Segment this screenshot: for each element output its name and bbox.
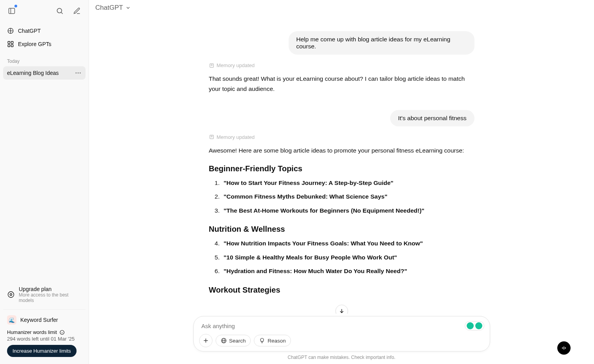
- header: ChatGPT: [89, 0, 594, 16]
- search-chip[interactable]: Search: [216, 335, 251, 346]
- svg-point-12: [8, 292, 14, 298]
- upgrade-title: Upgrade plan: [19, 286, 82, 292]
- list-nutrition: 4."How Nutrition Impacts Your Fitness Go…: [209, 238, 474, 277]
- humanizer-title: Humanizer words limit: [7, 329, 57, 335]
- list-item: 5."10 Simple & Healthy Meals for Busy Pe…: [209, 252, 474, 263]
- new-chat-icon[interactable]: [70, 4, 84, 18]
- svg-point-2: [57, 8, 62, 13]
- grid-icon: [7, 41, 14, 48]
- model-selector[interactable]: ChatGPT: [95, 4, 131, 12]
- section-heading: Nutrition & Wellness: [209, 225, 474, 234]
- reason-chip-label: Reason: [268, 338, 286, 344]
- toggle-sidebar-icon[interactable]: [5, 4, 19, 18]
- svg-rect-30: [564, 346, 564, 350]
- sidebar-top: [0, 0, 89, 22]
- search-icon[interactable]: [53, 4, 67, 18]
- composer-input[interactable]: [199, 322, 484, 334]
- conversation-item[interactable]: eLearning Blog Ideas: [3, 66, 86, 80]
- upgrade-subtitle: More access to the best models: [19, 292, 82, 303]
- composer-wrap: Search Reason ChatGPT can make mistakes.…: [89, 314, 594, 364]
- list-item: 6."Hydration and Fitness: How Much Water…: [209, 265, 474, 277]
- svg-rect-31: [565, 347, 566, 349]
- svg-line-3: [61, 12, 63, 14]
- main: ChatGPT Help me come up with blog articl…: [89, 0, 594, 364]
- user-bubble: It's about personal fitness: [390, 110, 474, 126]
- more-icon[interactable]: [75, 69, 82, 76]
- nav-item-chatgpt[interactable]: ChatGPT: [3, 24, 86, 37]
- keyword-surfer-row[interactable]: 🌊 Keyword Surfer: [3, 312, 86, 328]
- memory-updated-label: Memory updated: [217, 62, 255, 68]
- nav-label-chatgpt: ChatGPT: [18, 28, 41, 34]
- user-bubble: Help me come up with blog article ideas …: [289, 31, 474, 55]
- svg-point-11: [80, 73, 80, 73]
- openai-icon: [7, 27, 14, 34]
- composer: Search Reason: [193, 316, 490, 352]
- sidebar-bottom: Upgrade plan More access to the best mod…: [0, 279, 89, 364]
- reason-chip[interactable]: Reason: [254, 335, 291, 346]
- attach-button[interactable]: [199, 334, 212, 347]
- bulb-icon: [259, 337, 265, 344]
- svg-rect-29: [562, 347, 563, 349]
- voice-button[interactable]: [557, 341, 571, 355]
- svg-point-9: [76, 73, 77, 73]
- badge-icon: [467, 322, 474, 329]
- svg-rect-8: [11, 45, 13, 47]
- keyword-surfer-label: Keyword Surfer: [20, 317, 58, 323]
- disclaimer: ChatGPT can make mistakes. Check importa…: [89, 355, 594, 360]
- svg-point-10: [78, 73, 78, 73]
- humanizer-subtitle: 294 words left until 01 Mar '25: [7, 336, 82, 342]
- nav-list: ChatGPT Explore GPTs: [0, 22, 89, 53]
- list-beginner: 1."How to Start Your Fitness Journey: A …: [209, 177, 474, 216]
- section-label-today: Today: [0, 53, 89, 66]
- humanizer-title-row: Humanizer words limit: [7, 329, 82, 335]
- info-icon[interactable]: [59, 330, 65, 335]
- chevron-down-icon: [125, 5, 131, 11]
- badge-icon: [475, 322, 482, 329]
- model-label: ChatGPT: [95, 4, 123, 12]
- svg-point-13: [10, 294, 12, 296]
- humanizer-button[interactable]: Increase Humanizer limits: [7, 345, 77, 357]
- search-chip-label: Search: [229, 338, 246, 344]
- user-message: It's about personal fitness: [209, 110, 474, 126]
- list-item: 3."The Best At-Home Workouts for Beginne…: [209, 205, 474, 216]
- svg-rect-6: [11, 41, 13, 43]
- keyword-surfer-icon: 🌊: [7, 315, 16, 325]
- list-item: 1."How to Start Your Fitness Journey: A …: [209, 177, 474, 188]
- humanizer-panel: Humanizer words limit 294 words left unt…: [3, 328, 86, 361]
- memory-updated-badge: Memory updated: [209, 62, 474, 68]
- conversation-title: eLearning Blog Ideas: [7, 70, 59, 76]
- svg-rect-7: [8, 45, 10, 47]
- list-item: 2."Common Fitness Myths Debunked: What S…: [209, 191, 474, 202]
- section-heading: Beginner-Friendly Topics: [209, 164, 474, 173]
- user-message: Help me come up with blog article ideas …: [209, 31, 474, 55]
- globe-icon: [221, 337, 227, 344]
- upgrade-icon: [7, 286, 15, 303]
- memory-updated-badge: Memory updated: [209, 134, 474, 140]
- svg-rect-5: [8, 41, 10, 43]
- nav-item-explore[interactable]: Explore GPTs: [3, 37, 86, 51]
- extension-badges[interactable]: [465, 321, 484, 330]
- sidebar: ChatGPT Explore GPTs Today eLearning Blo…: [0, 0, 89, 364]
- divider: [3, 309, 86, 310]
- svg-rect-0: [9, 8, 15, 13]
- assistant-message: That sounds great! What is your eLearnin…: [209, 74, 474, 94]
- section-heading: Workout Strategies: [209, 286, 474, 295]
- memory-icon: [209, 134, 214, 140]
- memory-icon: [209, 63, 214, 68]
- memory-updated-label: Memory updated: [217, 134, 255, 140]
- list-item: 4."How Nutrition Impacts Your Fitness Go…: [209, 238, 474, 249]
- nav-label-explore: Explore GPTs: [18, 41, 52, 47]
- assistant-message: Awesome! Here are some blog article idea…: [209, 146, 474, 156]
- upgrade-plan[interactable]: Upgrade plan More access to the best mod…: [3, 282, 86, 307]
